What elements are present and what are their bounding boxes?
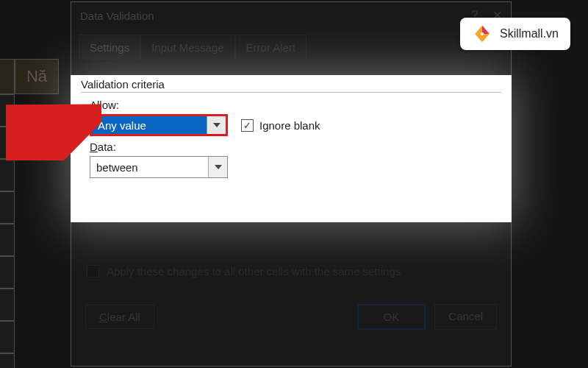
checkbox-box: ✓ — [241, 119, 254, 132]
watermark-text: Skillmall.vn — [500, 27, 559, 40]
dialog-title: Data Validation — [80, 10, 154, 22]
tab-settings[interactable]: Settings — [79, 35, 140, 60]
tab-error-alert[interactable]: Error Alert — [235, 35, 307, 60]
data-label: Data: — [90, 141, 501, 153]
tab-strip: Settings Input Message Error Alert — [71, 29, 511, 60]
chevron-down-icon — [215, 165, 222, 169]
svg-point-2 — [481, 32, 484, 35]
data-selected-value: between — [90, 157, 208, 177]
allow-dropdown-button[interactable] — [207, 116, 226, 134]
apply-label: Apply these changes to all other cells w… — [107, 265, 401, 277]
spreadsheet-background: h Nă — [0, 59, 74, 339]
allow-dropdown[interactable]: Any value — [90, 114, 228, 136]
allow-label: Allow: — [90, 99, 501, 111]
ok-button[interactable]: OK — [357, 304, 426, 330]
chevron-down-icon — [213, 123, 220, 127]
cancel-button[interactable]: Cancel — [434, 304, 497, 330]
data-dropdown-button[interactable] — [208, 157, 227, 177]
ignore-blank-checkbox[interactable]: ✓ Ignore blank — [241, 119, 320, 132]
data-dropdown[interactable]: between — [90, 156, 228, 178]
dialog-lower-controls: Apply these changes to all other cells w… — [81, 265, 501, 330]
sheet-header-cell: Nă — [15, 59, 59, 94]
annotation-arrow-icon — [6, 102, 101, 160]
allow-selected-value: Any value — [92, 116, 207, 134]
watermark-badge: Skillmall.vn — [460, 18, 570, 50]
validation-criteria-panel: Validation criteria Allow: Any value ✓ I… — [71, 75, 512, 222]
skillmall-logo-icon — [472, 24, 492, 44]
dialog-titlebar: Data Validation ? × — [71, 2, 511, 29]
sheet-header-cell: h — [0, 59, 15, 94]
apply-checkbox[interactable] — [87, 265, 99, 277]
ignore-blank-label: Ignore blank — [259, 119, 320, 132]
clear-all-button[interactable]: Clear All — [85, 305, 154, 329]
group-label: Validation criteria — [81, 78, 501, 93]
tab-input-message[interactable]: Input Message — [140, 35, 234, 60]
svg-line-1 — [10, 118, 87, 150]
